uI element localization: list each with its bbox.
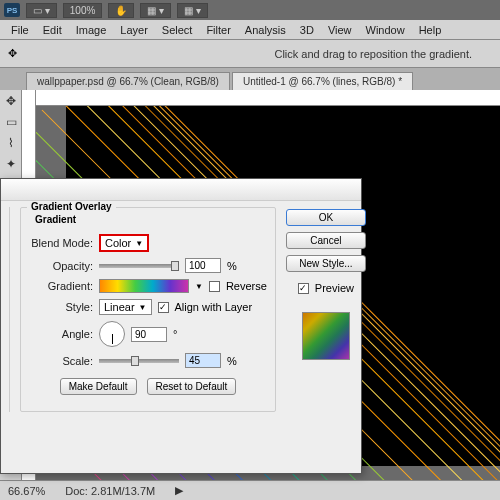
make-default-button[interactable]: Make Default [60,378,137,395]
status-arrow-icon[interactable]: ▶ [175,484,183,497]
dialog-actions: OK Cancel New Style... ✓ Preview [286,207,366,412]
reverse-checkbox[interactable] [209,281,220,292]
preview-label: Preview [315,282,354,294]
blend-mode-select[interactable]: Color ▼ [99,234,149,252]
preview-checkbox[interactable]: ✓ [298,283,309,294]
menu-layer[interactable]: Layer [113,22,155,38]
blend-mode-label: Blend Mode: [29,237,93,249]
gradient-picker[interactable] [99,279,189,293]
status-zoom[interactable]: 66.67% [8,485,45,497]
layout-menu[interactable]: ▭ ▾ [26,3,57,18]
chevron-down-icon: ▼ [135,239,143,248]
options-hint: Click and drag to reposition the gradien… [274,48,472,60]
app-logo: PS [4,3,20,17]
group-title: Gradient Overlay [27,201,116,212]
menu-help[interactable]: Help [412,22,449,38]
status-bar: 66.67% Doc: 2.81M/13.7M ▶ [0,480,500,500]
dialog-titlebar[interactable] [1,179,361,201]
tab-untitled[interactable]: Untitled-1 @ 66.7% (lines, RGB/8) * [232,72,413,90]
opacity-input[interactable]: 100 [185,258,221,273]
opacity-label: Opacity: [29,260,93,272]
menu-view[interactable]: View [321,22,359,38]
angle-input[interactable]: 90 [131,327,167,342]
preview-swatch [302,312,350,360]
reset-default-button[interactable]: Reset to Default [147,378,237,395]
document-tabs: wallppaper.psd @ 66.7% (Clean, RGB/8) Un… [0,68,500,90]
reverse-label: Reverse [226,280,267,292]
opacity-slider[interactable] [99,264,179,268]
scale-input[interactable]: 45 [185,353,221,368]
move-tool-icon[interactable]: ✥ [1,91,21,111]
chevron-down-icon[interactable]: ▼ [195,282,203,291]
menu-bar: File Edit Image Layer Select Filter Anal… [0,20,500,40]
menu-file[interactable]: File [4,22,36,38]
angle-unit: ° [173,328,177,340]
align-label: Align with Layer [175,301,253,313]
style-label: Style: [29,301,93,313]
blend-mode-value: Color [105,237,131,249]
wand-tool-icon[interactable]: ✦ [1,154,21,174]
menu-window[interactable]: Window [359,22,412,38]
new-style-button[interactable]: New Style... [286,255,366,272]
app-top-toolbar: PS ▭ ▾ 100% ✋ ▦ ▾ ▦ ▾ [0,0,500,20]
scale-label: Scale: [29,355,93,367]
ruler-horizontal [36,90,500,106]
screen-mode-icon[interactable]: ▦ ▾ [140,3,171,18]
menu-filter[interactable]: Filter [199,22,237,38]
menu-analysis[interactable]: Analysis [238,22,293,38]
cancel-button[interactable]: Cancel [286,232,366,249]
angle-dial[interactable] [99,321,125,347]
angle-label: Angle: [29,328,93,340]
zoom-value[interactable]: 100% [63,3,103,18]
options-bar: ✥ Click and drag to reposition the gradi… [0,40,500,68]
scale-unit: % [227,355,237,367]
menu-image[interactable]: Image [69,22,114,38]
section-title: Gradient [35,214,76,225]
style-value: Linear [104,301,135,313]
marquee-tool-icon[interactable]: ▭ [1,112,21,132]
ok-button[interactable]: OK [286,209,366,226]
lasso-tool-icon[interactable]: ⌇ [1,133,21,153]
layer-style-dialog: Gradient Overlay Gradient Blend Mode: Co… [0,178,362,474]
scale-slider[interactable] [99,359,179,363]
tab-wallpaper[interactable]: wallppaper.psd @ 66.7% (Clean, RGB/8) [26,72,230,90]
gradient-overlay-group: Gradient Overlay Gradient Blend Mode: Co… [20,207,276,412]
chevron-down-icon: ▼ [139,303,147,312]
styles-list[interactable] [9,207,10,412]
align-checkbox[interactable]: ✓ [158,302,169,313]
style-select[interactable]: Linear ▼ [99,299,152,315]
move-tool-icon: ✥ [8,47,17,60]
opacity-unit: % [227,260,237,272]
status-doc: Doc: 2.81M/13.7M [65,485,155,497]
menu-3d[interactable]: 3D [293,22,321,38]
arrange-icon[interactable]: ▦ ▾ [177,3,208,18]
menu-select[interactable]: Select [155,22,200,38]
gradient-label: Gradient: [29,280,93,292]
menu-edit[interactable]: Edit [36,22,69,38]
hand-tool-icon[interactable]: ✋ [108,3,134,18]
